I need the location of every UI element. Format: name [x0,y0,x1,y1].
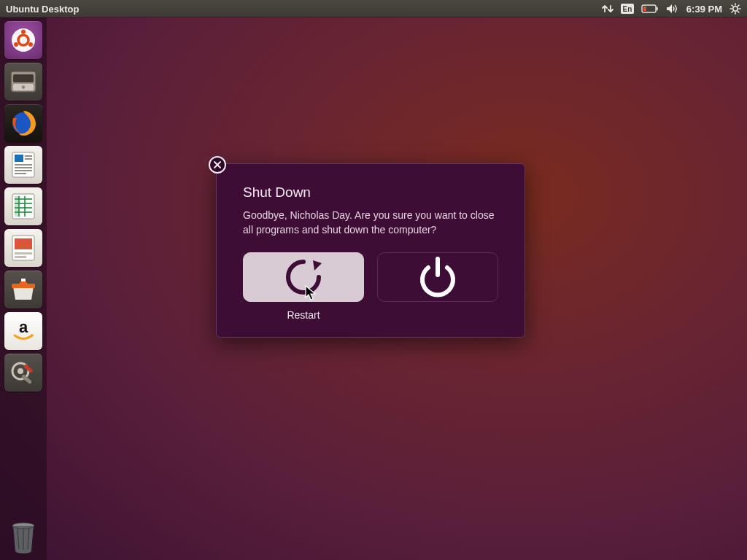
network-icon [602,4,614,14]
svg-rect-23 [15,155,23,162]
svg-line-9 [738,12,740,13]
ubuntu-logo-icon [10,27,36,53]
svg-point-16 [14,42,18,47]
launcher-item-firefox[interactable] [4,104,42,142]
battery-icon [641,4,659,13]
launcher-item-files[interactable] [4,63,42,101]
language-indicator[interactable]: En [621,4,634,14]
volume-icon [666,4,679,14]
svg-rect-39 [15,238,32,249]
svg-rect-43 [21,279,26,281]
battery-indicator[interactable] [641,4,659,13]
dialog-title: Shut Down [243,184,498,201]
svg-rect-1 [656,7,657,11]
svg-rect-42 [12,284,35,288]
sound-indicator[interactable] [666,4,679,14]
gear-icon [729,3,741,15]
svg-point-46 [18,368,23,374]
svg-point-3 [733,7,738,11]
svg-rect-18 [13,74,34,82]
svg-text:a: a [19,318,28,336]
svg-point-14 [21,30,26,34]
clock-indicator[interactable]: 6:39 PM [686,4,722,15]
launcher-item-dash[interactable] [4,21,42,59]
settings-icon [9,358,38,387]
restart-label: Restart [243,309,364,321]
amazon-icon: a [9,316,38,346]
restart-button[interactable] [243,252,364,302]
language-badge-icon: En [621,4,634,14]
svg-rect-2 [643,7,646,11]
close-icon [213,160,222,169]
launcher-item-software[interactable] [4,271,42,308]
svg-rect-41 [15,256,26,258]
top-menubar: Ubuntu Desktop En 6:39 PM [0,0,747,18]
restart-icon [279,253,328,301]
dialog-actions: Restart Shut Down [243,252,498,321]
svg-rect-37 [15,196,19,217]
power-icon [414,253,462,301]
launcher-item-writer[interactable] [4,146,42,184]
session-indicator[interactable] [729,3,741,15]
launcher-item-settings[interactable] [4,354,42,392]
svg-rect-40 [15,252,32,254]
software-center-icon [9,276,38,303]
svg-line-11 [738,5,740,7]
svg-line-8 [732,5,733,7]
launcher-item-amazon[interactable]: a [4,312,42,350]
trash-icon [7,518,40,555]
svg-point-15 [28,42,33,47]
file-manager-icon [9,69,38,94]
launcher: a [0,18,47,560]
clock-text: 6:39 PM [686,4,722,15]
shutdown-button[interactable] [377,252,498,302]
writer-icon [10,150,36,179]
launcher-item-trash[interactable] [4,518,42,556]
active-app-title: Ubuntu Desktop [6,4,79,15]
calc-icon [10,192,36,221]
firefox-icon [8,108,39,139]
network-indicator[interactable] [602,4,614,14]
dialog-close-button[interactable] [209,156,226,174]
impress-icon [10,233,36,262]
svg-line-10 [732,12,733,13]
dialog-message: Goodbye, Nicholas Day. Are you sure you … [243,208,498,238]
launcher-item-calc[interactable] [4,187,42,225]
shutdown-dialog: Shut Down Goodbye, Nicholas Day. Are you… [216,163,525,338]
launcher-item-impress[interactable] [4,229,42,267]
svg-point-20 [22,85,25,88]
